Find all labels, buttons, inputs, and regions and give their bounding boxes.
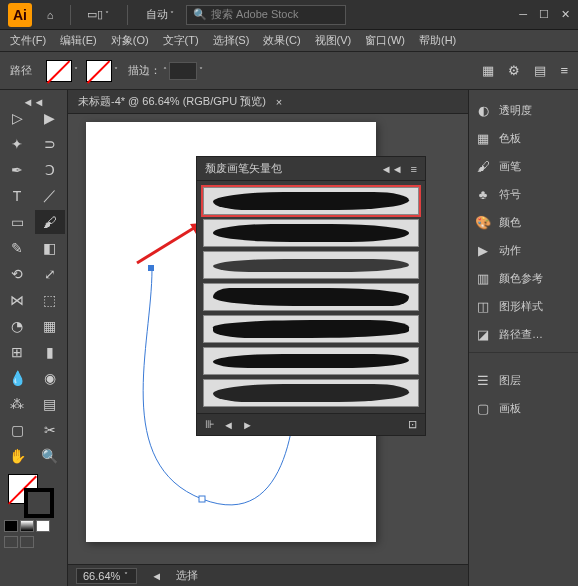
- screen-mode-icon[interactable]: [20, 536, 34, 548]
- home-icon[interactable]: ⌂: [40, 5, 60, 25]
- magic-wand-tool[interactable]: ✦: [2, 132, 32, 156]
- menu-bar: 文件(F) 编辑(E) 对象(O) 文字(T) 选择(S) 效果(C) 视图(V…: [0, 30, 578, 52]
- chevron-down-icon[interactable]: ˅: [74, 66, 78, 75]
- status-select-label[interactable]: 选择: [176, 568, 198, 583]
- prefs-icon[interactable]: ⚙: [508, 63, 520, 78]
- minimize-icon[interactable]: ─: [519, 8, 527, 21]
- overflow-icon[interactable]: ≡: [560, 63, 568, 78]
- panel-layers[interactable]: ☰图层: [469, 366, 578, 394]
- menu-help[interactable]: 帮助(H): [413, 31, 462, 50]
- line-tool[interactable]: ／: [35, 184, 65, 208]
- gradient-tool[interactable]: ▮: [35, 340, 65, 364]
- menu-type[interactable]: 文字(T): [157, 31, 205, 50]
- pen-tool[interactable]: ✒: [2, 158, 32, 182]
- panel-color[interactable]: 🎨颜色: [469, 208, 578, 236]
- draw-mode-icon[interactable]: [4, 536, 18, 548]
- stroke-inc-icon[interactable]: ˅: [199, 66, 203, 75]
- chevron-down-icon[interactable]: ˅: [114, 66, 118, 75]
- brush-item[interactable]: [203, 315, 419, 343]
- free-transform-tool[interactable]: ⬚: [35, 288, 65, 312]
- paintbrush-tool[interactable]: 🖌: [35, 210, 65, 234]
- stroke-swatch[interactable]: [86, 60, 112, 82]
- menu-effect[interactable]: 效果(C): [257, 31, 306, 50]
- selection-tool[interactable]: ▷: [2, 106, 32, 130]
- panel-colorguide[interactable]: ▥颜色参考: [469, 264, 578, 292]
- brush-item[interactable]: [203, 379, 419, 407]
- next-library-icon[interactable]: ►: [242, 419, 253, 431]
- shaper-tool[interactable]: ✎: [2, 236, 32, 260]
- shape-builder-tool[interactable]: ◔: [2, 314, 32, 338]
- maximize-icon[interactable]: ☐: [539, 8, 549, 21]
- brush-library-panel: 颓废画笔矢量包 ◄◄ ≡ ⊪ ◄ ► ⊡: [196, 156, 426, 436]
- blend-tool[interactable]: ◉: [35, 366, 65, 390]
- close-icon[interactable]: ✕: [561, 8, 570, 21]
- menu-view[interactable]: 视图(V): [309, 31, 358, 50]
- right-panel-dock: ◐透明度 ▦色板 🖌画笔 ♣符号 🎨颜色 ▶动作 ▥颜色参考 ◫图形样式 ◪路径…: [468, 90, 578, 586]
- mesh-tool[interactable]: ⊞: [2, 340, 32, 364]
- menu-file[interactable]: 文件(F): [4, 31, 52, 50]
- slice-tool[interactable]: ✂: [35, 418, 65, 442]
- eraser-tool[interactable]: ◧: [35, 236, 65, 260]
- brush-item[interactable]: [203, 219, 419, 247]
- panel-handle[interactable]: ◄◄: [0, 96, 67, 104]
- type-tool[interactable]: T: [2, 184, 32, 208]
- stroke-box[interactable]: [24, 488, 54, 518]
- symbol-sprayer-tool[interactable]: ⁂: [2, 392, 32, 416]
- brush-item[interactable]: [203, 187, 419, 215]
- panel-actions[interactable]: ▶动作: [469, 236, 578, 264]
- rectangle-tool[interactable]: ▭: [2, 210, 32, 234]
- hand-tool[interactable]: ✋: [2, 444, 32, 468]
- gradient-mode-icon[interactable]: [20, 520, 34, 532]
- workspace-dropdown[interactable]: 自动 ˅: [146, 7, 176, 22]
- brush-item[interactable]: [203, 347, 419, 375]
- library-menu-icon[interactable]: ⊪: [205, 418, 215, 431]
- align-icon[interactable]: ▤: [534, 63, 546, 78]
- canvas[interactable]: 颓废画笔矢量包 ◄◄ ≡ ⊪ ◄ ► ⊡: [68, 114, 468, 564]
- brush-item[interactable]: [203, 283, 419, 311]
- panel-pathfinder[interactable]: ◪路径查…: [469, 320, 578, 348]
- brush-item[interactable]: [203, 251, 419, 279]
- zoom-value: 66.64%: [83, 570, 120, 582]
- width-tool[interactable]: ⋈: [2, 288, 32, 312]
- eyedropper-tool[interactable]: 💧: [2, 366, 32, 390]
- panel-graphicstyles[interactable]: ◫图形样式: [469, 292, 578, 320]
- stroke-weight-input[interactable]: [169, 62, 197, 80]
- document-tab[interactable]: 未标题-4* @ 66.64% (RGB/GPU 预览) ×: [68, 90, 468, 114]
- color-mode-icon[interactable]: [4, 520, 18, 532]
- nav-prev-icon[interactable]: ◄: [151, 570, 162, 582]
- doc-setup-icon[interactable]: ▦: [482, 63, 494, 78]
- stroke-dec-icon[interactable]: ˄: [163, 66, 167, 75]
- layout-button[interactable]: ▭▯ ˅: [81, 6, 117, 23]
- rotate-tool[interactable]: ⟲: [2, 262, 32, 286]
- artboard-tool[interactable]: ▢: [2, 418, 32, 442]
- panel-brushes[interactable]: 🖌画笔: [469, 152, 578, 180]
- panel-swatches[interactable]: ▦色板: [469, 124, 578, 152]
- search-input[interactable]: 🔍搜索 Adobe Stock: [186, 5, 346, 25]
- zoom-input[interactable]: 66.64% ˅: [76, 568, 137, 584]
- brush-list[interactable]: [197, 181, 425, 413]
- direct-selection-tool[interactable]: ▶: [35, 106, 65, 130]
- fill-stroke-control[interactable]: [0, 470, 67, 518]
- fill-swatch[interactable]: [46, 60, 72, 82]
- perspective-tool[interactable]: ▦: [35, 314, 65, 338]
- none-mode-icon[interactable]: [36, 520, 50, 532]
- menu-window[interactable]: 窗口(W): [359, 31, 411, 50]
- close-tab-icon[interactable]: ×: [276, 96, 282, 108]
- panel-menu-icon[interactable]: ≡: [411, 163, 417, 175]
- new-brush-icon[interactable]: ⊡: [408, 418, 417, 431]
- menu-select[interactable]: 选择(S): [207, 31, 256, 50]
- curvature-tool[interactable]: Ɔ: [35, 158, 65, 182]
- workspace-label: 自动: [146, 7, 168, 22]
- panel-transparency[interactable]: ◐透明度: [469, 96, 578, 124]
- zoom-tool[interactable]: 🔍: [35, 444, 65, 468]
- collapse-panel-icon[interactable]: ◄◄: [381, 163, 403, 175]
- panel-artboards[interactable]: ▢画板: [469, 394, 578, 422]
- prev-library-icon[interactable]: ◄: [223, 419, 234, 431]
- lasso-tool[interactable]: ⊃: [35, 132, 65, 156]
- graph-tool[interactable]: ▤: [35, 392, 65, 416]
- panel-header[interactable]: 颓废画笔矢量包 ◄◄ ≡: [197, 157, 425, 181]
- scale-tool[interactable]: ⤢: [35, 262, 65, 286]
- panel-symbols[interactable]: ♣符号: [469, 180, 578, 208]
- menu-object[interactable]: 对象(O): [105, 31, 155, 50]
- menu-edit[interactable]: 编辑(E): [54, 31, 103, 50]
